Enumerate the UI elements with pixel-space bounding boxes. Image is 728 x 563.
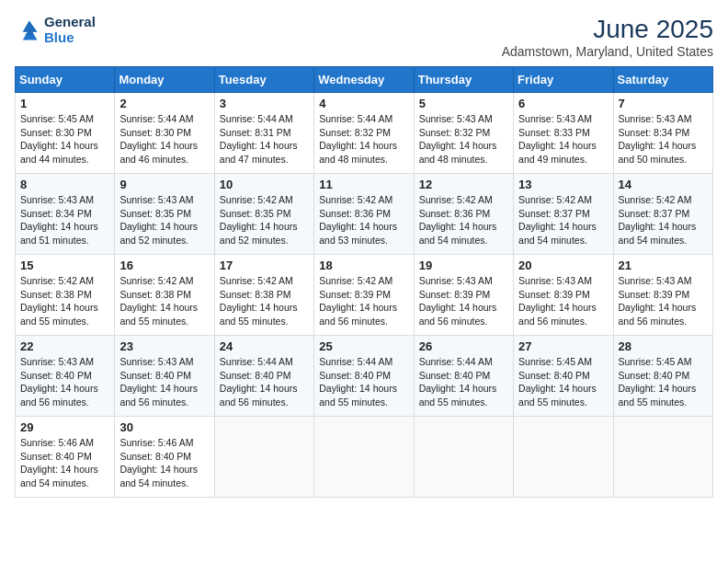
calendar-table: SundayMondayTuesdayWednesdayThursdayFrid… xyxy=(15,66,713,498)
day-content: Sunrise: 5:46 AMSunset: 8:40 PMDaylight:… xyxy=(119,436,209,490)
calendar-day-cell: 10Sunrise: 5:42 AMSunset: 8:35 PMDayligh… xyxy=(214,174,313,255)
calendar-day-cell: 6Sunrise: 5:43 AMSunset: 8:33 PMDaylight… xyxy=(514,93,613,174)
sunrise-text: Sunrise: 5:43 AM xyxy=(619,274,708,288)
day-content: Sunrise: 5:42 AMSunset: 8:36 PMDaylight:… xyxy=(319,193,408,247)
calendar-day-cell: 11Sunrise: 5:42 AMSunset: 8:36 PMDayligh… xyxy=(314,174,414,255)
sunset-text: Sunset: 8:40 PM xyxy=(319,369,408,383)
day-of-week-header: Friday xyxy=(514,67,613,93)
daylight-hours: Daylight: 14 hours xyxy=(319,382,408,396)
daylight-hours: Daylight: 14 hours xyxy=(220,220,309,234)
day-number: 19 xyxy=(419,259,508,272)
day-content: Sunrise: 5:42 AMSunset: 8:37 PMDaylight:… xyxy=(619,193,708,247)
daylight-hours: Daylight: 14 hours xyxy=(518,301,608,315)
calendar-day-cell: 15Sunrise: 5:42 AMSunset: 8:38 PMDayligh… xyxy=(16,255,115,336)
daylight-mins: and 48 minutes. xyxy=(419,153,508,167)
title-block: June 2025 Adamstown, Maryland, United St… xyxy=(502,15,713,59)
sunrise-text: Sunrise: 5:44 AM xyxy=(319,112,408,126)
sunrise-text: Sunrise: 5:42 AM xyxy=(319,193,408,207)
daylight-hours: Daylight: 14 hours xyxy=(619,220,708,234)
logo-blue: Blue xyxy=(44,30,96,46)
day-of-week-header: Thursday xyxy=(414,67,513,93)
sunrise-text: Sunrise: 5:42 AM xyxy=(220,193,309,207)
daylight-hours: Daylight: 14 hours xyxy=(20,220,109,234)
daylight-mins: and 55 minutes. xyxy=(119,315,209,328)
day-content: Sunrise: 5:43 AMSunset: 8:39 PMDaylight:… xyxy=(518,274,608,328)
daylight-mins: and 46 minutes. xyxy=(119,153,209,167)
sunrise-text: Sunrise: 5:42 AM xyxy=(319,274,408,288)
daylight-mins: and 53 minutes. xyxy=(319,234,408,247)
sunset-text: Sunset: 8:31 PM xyxy=(220,126,309,140)
daylight-mins: and 56 minutes. xyxy=(220,396,309,409)
day-number: 27 xyxy=(518,339,608,353)
day-number: 26 xyxy=(419,339,508,353)
empty-day-cell xyxy=(314,417,414,498)
sunrise-text: Sunrise: 5:43 AM xyxy=(619,112,708,126)
sunset-text: Sunset: 8:35 PM xyxy=(220,207,309,221)
logo-general: General xyxy=(44,15,96,30)
calendar-day-cell: 30Sunrise: 5:46 AMSunset: 8:40 PMDayligh… xyxy=(115,417,214,498)
calendar-week-row: 15Sunrise: 5:42 AMSunset: 8:38 PMDayligh… xyxy=(16,255,713,336)
calendar-day-cell: 21Sunrise: 5:43 AMSunset: 8:39 PMDayligh… xyxy=(613,255,712,336)
daylight-hours: Daylight: 14 hours xyxy=(619,301,708,315)
day-content: Sunrise: 5:42 AMSunset: 8:38 PMDaylight:… xyxy=(119,274,209,328)
sunset-text: Sunset: 8:40 PM xyxy=(119,450,209,464)
sunset-text: Sunset: 8:38 PM xyxy=(119,288,209,302)
day-content: Sunrise: 5:45 AMSunset: 8:30 PMDaylight:… xyxy=(20,112,109,167)
day-number: 30 xyxy=(119,420,209,434)
calendar-day-cell: 1Sunrise: 5:45 AMSunset: 8:30 PMDaylight… xyxy=(16,93,115,174)
daylight-hours: Daylight: 14 hours xyxy=(119,220,209,234)
sunset-text: Sunset: 8:34 PM xyxy=(619,126,708,140)
sunset-text: Sunset: 8:37 PM xyxy=(619,207,708,221)
daylight-hours: Daylight: 14 hours xyxy=(20,301,109,315)
sunrise-text: Sunrise: 5:42 AM xyxy=(518,193,608,207)
logo: General Blue xyxy=(15,15,96,45)
daylight-hours: Daylight: 14 hours xyxy=(518,220,608,234)
day-content: Sunrise: 5:43 AMSunset: 8:40 PMDaylight:… xyxy=(20,355,109,409)
daylight-hours: Daylight: 14 hours xyxy=(419,301,508,315)
sunrise-text: Sunrise: 5:43 AM xyxy=(518,112,608,126)
day-of-week-header: Monday xyxy=(115,67,214,93)
day-content: Sunrise: 5:42 AMSunset: 8:38 PMDaylight:… xyxy=(20,274,109,328)
daylight-hours: Daylight: 14 hours xyxy=(119,463,209,477)
day-content: Sunrise: 5:45 AMSunset: 8:40 PMDaylight:… xyxy=(619,355,708,409)
day-content: Sunrise: 5:43 AMSunset: 8:35 PMDaylight:… xyxy=(119,193,209,247)
day-number: 8 xyxy=(20,178,109,191)
sunrise-text: Sunrise: 5:42 AM xyxy=(419,193,508,207)
daylight-mins: and 50 minutes. xyxy=(619,153,708,167)
sunrise-text: Sunrise: 5:46 AM xyxy=(20,436,109,450)
calendar-day-cell: 28Sunrise: 5:45 AMSunset: 8:40 PMDayligh… xyxy=(613,336,712,417)
sunrise-text: Sunrise: 5:43 AM xyxy=(518,274,608,288)
day-content: Sunrise: 5:46 AMSunset: 8:40 PMDaylight:… xyxy=(20,436,109,490)
day-content: Sunrise: 5:44 AMSunset: 8:40 PMDaylight:… xyxy=(419,355,508,409)
day-number: 6 xyxy=(518,97,608,110)
day-number: 3 xyxy=(220,97,309,110)
sunrise-text: Sunrise: 5:45 AM xyxy=(619,355,708,369)
day-content: Sunrise: 5:44 AMSunset: 8:30 PMDaylight:… xyxy=(119,112,209,167)
calendar-day-cell: 24Sunrise: 5:44 AMSunset: 8:40 PMDayligh… xyxy=(214,336,313,417)
sunset-text: Sunset: 8:34 PM xyxy=(20,207,109,221)
daylight-mins: and 55 minutes. xyxy=(20,315,109,328)
sunset-text: Sunset: 8:32 PM xyxy=(319,126,408,140)
sunrise-text: Sunrise: 5:42 AM xyxy=(119,274,209,288)
calendar-day-cell: 12Sunrise: 5:42 AMSunset: 8:36 PMDayligh… xyxy=(414,174,513,255)
daylight-mins: and 48 minutes. xyxy=(319,153,408,167)
sunrise-text: Sunrise: 5:45 AM xyxy=(518,355,608,369)
day-content: Sunrise: 5:44 AMSunset: 8:40 PMDaylight:… xyxy=(319,355,408,409)
calendar-day-cell: 27Sunrise: 5:45 AMSunset: 8:40 PMDayligh… xyxy=(514,336,613,417)
sunrise-text: Sunrise: 5:44 AM xyxy=(220,355,309,369)
sunrise-text: Sunrise: 5:44 AM xyxy=(419,355,508,369)
day-content: Sunrise: 5:43 AMSunset: 8:33 PMDaylight:… xyxy=(518,112,608,167)
day-number: 12 xyxy=(419,178,508,191)
daylight-hours: Daylight: 14 hours xyxy=(220,139,309,153)
empty-day-cell xyxy=(613,417,712,498)
day-number: 10 xyxy=(220,178,309,191)
calendar-day-cell: 9Sunrise: 5:43 AMSunset: 8:35 PMDaylight… xyxy=(115,174,214,255)
sunrise-text: Sunrise: 5:43 AM xyxy=(119,355,209,369)
daylight-mins: and 55 minutes. xyxy=(419,396,508,409)
daylight-mins: and 44 minutes. xyxy=(20,153,109,167)
sunset-text: Sunset: 8:30 PM xyxy=(119,126,209,140)
daylight-mins: and 56 minutes. xyxy=(518,315,608,328)
calendar-week-row: 8Sunrise: 5:43 AMSunset: 8:34 PMDaylight… xyxy=(16,174,713,255)
sunset-text: Sunset: 8:40 PM xyxy=(518,369,608,383)
sunset-text: Sunset: 8:40 PM xyxy=(119,369,209,383)
